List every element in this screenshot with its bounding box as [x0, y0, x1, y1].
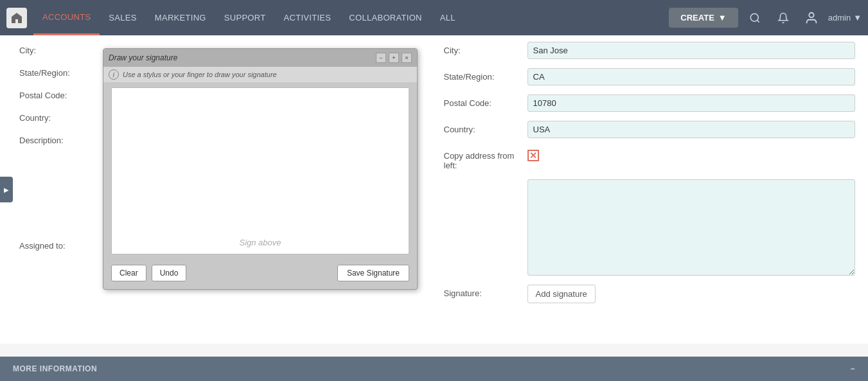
top-navigation: ACCOUNTS SALES MARKETING SUPPORT ACTIVIT… [0, 0, 868, 35]
city-row-right: City: [444, 42, 856, 59]
nav-accounts[interactable]: ACCOUNTS [33, 0, 100, 35]
nav-sales[interactable]: SALES [100, 0, 145, 35]
nav-items: ACCOUNTS SALES MARKETING SUPPORT ACTIVIT… [33, 0, 465, 35]
description-textarea[interactable] [527, 179, 856, 276]
postal-label-left: Postal Code: [19, 87, 103, 100]
nav-collaboration[interactable]: COLLABORATION [340, 0, 430, 35]
admin-menu-button[interactable]: admin ▼ [828, 13, 862, 22]
state-input[interactable] [527, 68, 856, 85]
country-label-left: Country: [19, 109, 103, 123]
country-input[interactable] [527, 121, 856, 138]
dialog-title-left: Draw your signature [109, 53, 177, 62]
signature-row: Signature: Add signature [444, 285, 856, 303]
dialog-title-text: Draw your signature [109, 53, 177, 62]
state-label-right: State/Region: [444, 68, 527, 82]
nav-marketing[interactable]: MARKETING [146, 0, 215, 35]
city-label-left: City: [19, 42, 103, 55]
dialog-minimize-button[interactable]: − [376, 53, 386, 63]
dialog-footer: Clear Undo Save Signature [103, 260, 417, 289]
description-row-right [444, 179, 856, 276]
copy-address-checkbox-area: ✕ [527, 147, 539, 161]
signature-label: Signature: [444, 285, 527, 298]
dialog-info-bar: i Use a stylus or your finger to draw yo… [103, 67, 417, 82]
country-row-right: Country: [444, 121, 856, 138]
assigned-label-left: Assigned to: [19, 237, 103, 251]
state-row-right: State/Region: [444, 68, 856, 85]
chevron-down-icon: ▼ [718, 13, 727, 22]
copy-address-checkbox[interactable]: ✕ [527, 150, 539, 161]
info-icon: i [109, 69, 119, 80]
signature-dialog[interactable]: Draw your signature − + × i Use a stylus… [103, 48, 418, 290]
postal-label-right: Postal Code: [444, 94, 527, 108]
svg-point-0 [750, 13, 758, 21]
add-signature-button[interactable]: Add signature [527, 285, 596, 303]
sidebar-toggle[interactable]: ▶ [0, 177, 13, 202]
postal-row-right: Postal Code: [444, 94, 856, 112]
country-label-right: Country: [444, 121, 527, 134]
city-input[interactable] [527, 42, 856, 59]
canvas-hint: Sign above [239, 238, 281, 247]
copy-address-label: Copy address from left: [444, 147, 527, 170]
notifications-button[interactable] [772, 6, 795, 30]
nav-all[interactable]: ALL [431, 0, 465, 35]
svg-line-1 [757, 20, 759, 22]
description-label-left: Description: [19, 132, 103, 145]
description-label-right [444, 179, 527, 183]
copy-address-row: Copy address from left: ✕ [444, 147, 856, 170]
dialog-titlebar: Draw your signature − + × [103, 49, 417, 67]
clear-button[interactable]: Clear [111, 265, 146, 281]
city-label-right: City: [444, 42, 527, 55]
user-profile-button[interactable] [800, 6, 823, 30]
admin-chevron-icon: ▼ [853, 13, 862, 22]
main-content: ▶ City: State/Region: Postal Code: Count… [0, 35, 868, 344]
right-panel: City: State/Region: Postal Code: Country… [444, 42, 856, 337]
home-logo[interactable] [6, 8, 27, 28]
dialog-controls: − + × [376, 53, 412, 63]
undo-button[interactable]: Undo [152, 265, 187, 281]
save-signature-button[interactable]: Save Signature [337, 265, 409, 281]
dialog-close-button[interactable]: × [402, 53, 412, 63]
nav-right: CREATE ▼ admin ▼ [669, 6, 862, 30]
dialog-info-text: Use a stylus or your finger to draw your… [123, 71, 277, 78]
nav-activities[interactable]: ACTIVITIES [274, 0, 340, 35]
postal-input[interactable] [527, 94, 856, 112]
nav-support[interactable]: SUPPORT [215, 0, 275, 35]
state-label-left: State/Region: [19, 64, 103, 78]
search-button[interactable] [743, 6, 766, 30]
create-button[interactable]: CREATE ▼ [669, 8, 738, 28]
signature-canvas[interactable]: Sign above [111, 87, 409, 254]
svg-point-2 [809, 12, 813, 17]
dialog-maximize-button[interactable]: + [389, 53, 399, 63]
